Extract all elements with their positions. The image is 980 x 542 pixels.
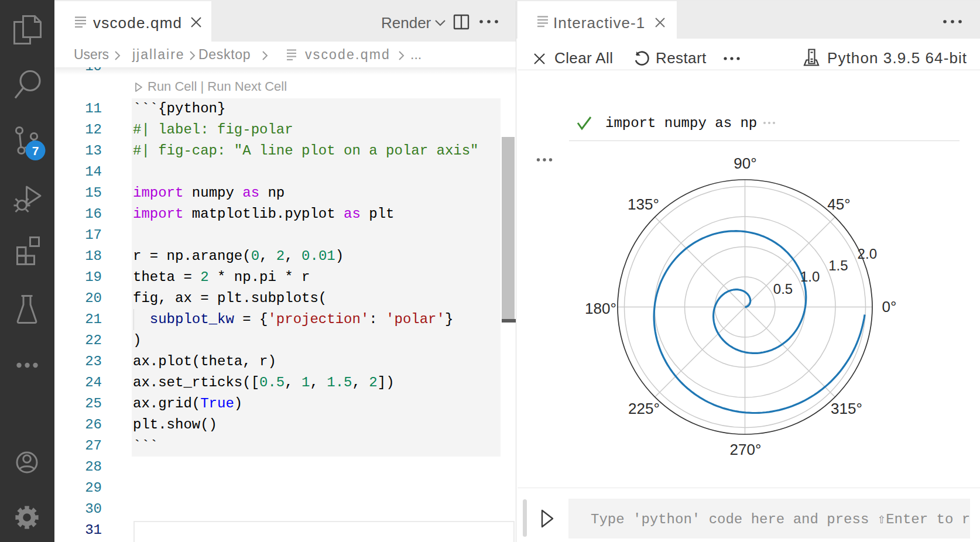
svg-text:1.5: 1.5 (828, 258, 848, 273)
svg-text:0°: 0° (882, 298, 897, 315)
svg-text:270°: 270° (730, 441, 762, 458)
svg-text:180°: 180° (585, 300, 616, 317)
svg-text:7: 7 (32, 144, 39, 157)
svg-text:1.0: 1.0 (800, 269, 820, 284)
svg-text:135°: 135° (628, 195, 659, 213)
svg-text:45°: 45° (827, 195, 850, 213)
svg-text:225°: 225° (628, 400, 660, 417)
svg-text:0.5: 0.5 (773, 281, 793, 297)
svg-text:315°: 315° (831, 400, 862, 417)
svg-text:90°: 90° (734, 155, 756, 172)
svg-text:2.0: 2.0 (858, 246, 877, 262)
